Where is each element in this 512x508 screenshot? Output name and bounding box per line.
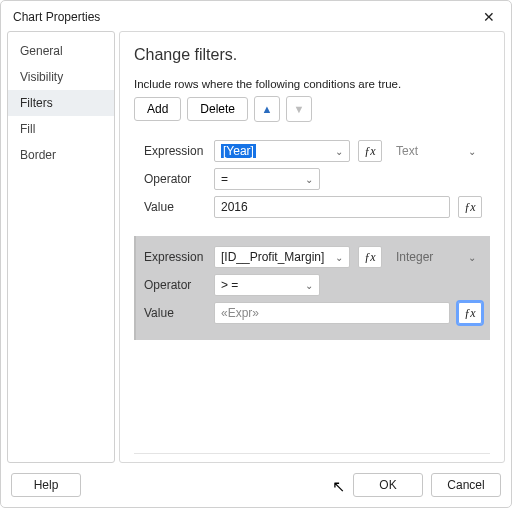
type-value: Text — [390, 144, 462, 158]
window-title: Chart Properties — [13, 10, 100, 24]
expression-combo[interactable]: [ID__Profit_Margin]⌄ — [214, 246, 350, 268]
sidebar: GeneralVisibilityFiltersFillBorder — [7, 31, 115, 463]
type-combo[interactable]: Integer⌄ — [390, 246, 482, 268]
titlebar: Chart Properties ✕ — [1, 1, 511, 31]
sidebar-item-border[interactable]: Border — [8, 142, 114, 168]
panel-title: Change filters. — [134, 46, 490, 64]
chart-properties-dialog: Chart Properties ✕ GeneralVisibilityFilt… — [0, 0, 512, 508]
dialog-body: GeneralVisibilityFiltersFillBorder Chang… — [1, 31, 511, 467]
filter-block[interactable]: Expression[ID__Profit_Margin]⌄ƒxInteger⌄… — [134, 236, 490, 340]
main-panel: Change filters. Include rows where the f… — [119, 31, 505, 463]
operator-value: > = — [215, 278, 299, 292]
help-button[interactable]: Help — [11, 473, 81, 497]
dialog-footer: Help ↖ OK Cancel — [1, 467, 511, 507]
panel-subtitle: Include rows where the following conditi… — [134, 78, 490, 90]
chevron-down-icon: ⌄ — [462, 146, 482, 157]
operator-label: Operator — [144, 172, 206, 186]
value-label: Value — [144, 306, 206, 320]
sidebar-item-visibility[interactable]: Visibility — [8, 64, 114, 90]
expression-fx-button[interactable]: ƒx — [358, 140, 382, 162]
filters-list: Expression[Year]⌄ƒxText⌄Operator=⌄Value2… — [134, 130, 490, 454]
arrow-up-icon: ▲ — [262, 103, 273, 115]
chevron-down-icon: ⌄ — [462, 252, 482, 263]
expression-combo[interactable]: [Year]⌄ — [214, 140, 350, 162]
value-fx-button[interactable]: ƒx — [458, 196, 482, 218]
expression-fx-button[interactable]: ƒx — [358, 246, 382, 268]
type-value: Integer — [390, 250, 462, 264]
add-button[interactable]: Add — [134, 97, 181, 121]
operator-combo[interactable]: > =⌄ — [214, 274, 320, 296]
value-input[interactable]: «Expr» — [214, 302, 450, 324]
operator-combo[interactable]: =⌄ — [214, 168, 320, 190]
value-label: Value — [144, 200, 206, 214]
filters-toolbar: Add Delete ▲ ▼ — [134, 96, 490, 122]
sidebar-item-general[interactable]: General — [8, 38, 114, 64]
chevron-down-icon: ⌄ — [299, 280, 319, 291]
move-down-button[interactable]: ▼ — [286, 96, 312, 122]
expression-value: [ID__Profit_Margin] — [215, 250, 329, 264]
chevron-down-icon: ⌄ — [329, 146, 349, 157]
value-fx-button[interactable]: ƒx — [458, 302, 482, 324]
sidebar-item-filters[interactable]: Filters — [8, 90, 114, 116]
filter-block[interactable]: Expression[Year]⌄ƒxText⌄Operator=⌄Value2… — [134, 130, 490, 234]
move-up-button[interactable]: ▲ — [254, 96, 280, 122]
operator-value: = — [215, 172, 299, 186]
close-icon[interactable]: ✕ — [477, 7, 501, 27]
expression-value: [Year] — [215, 144, 329, 158]
delete-button[interactable]: Delete — [187, 97, 248, 121]
chevron-down-icon: ⌄ — [299, 174, 319, 185]
mouse-cursor-icon: ↖ — [332, 477, 345, 496]
sidebar-item-fill[interactable]: Fill — [8, 116, 114, 142]
value-input[interactable]: 2016 — [214, 196, 450, 218]
type-combo[interactable]: Text⌄ — [390, 140, 482, 162]
arrow-down-icon: ▼ — [294, 103, 305, 115]
expression-label: Expression — [144, 144, 206, 158]
expression-label: Expression — [144, 250, 206, 264]
chevron-down-icon: ⌄ — [329, 252, 349, 263]
cancel-button[interactable]: Cancel — [431, 473, 501, 497]
ok-button[interactable]: OK — [353, 473, 423, 497]
operator-label: Operator — [144, 278, 206, 292]
